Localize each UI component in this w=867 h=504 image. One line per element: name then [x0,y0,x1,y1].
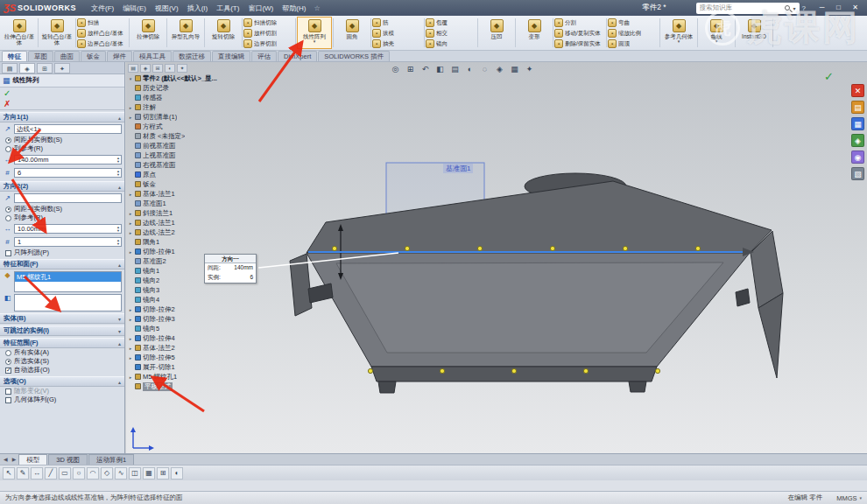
tab-模具工具[interactable]: 模具工具 [133,51,172,61]
expander-icon[interactable]: ▸ [128,317,133,322]
view-orientation-icon[interactable]: ▤ [449,64,461,75]
tab-数据迁移[interactable]: 数据迁移 [173,51,211,61]
displaymanager-tab[interactable]: ✦ [177,64,187,73]
confirm-check-icon[interactable]: ✓ [824,70,834,83]
tree-item[interactable]: 平板型式 [128,382,224,391]
zoom-fit-icon[interactable]: ◎ [390,64,401,75]
ribbon-button[interactable]: ◆旋转凸台/基体 [39,17,74,49]
ribbon-button[interactable]: ▪边界凸台/基体 [77,38,128,48]
menu-item[interactable]: 编辑(E) [118,2,151,15]
menu-item[interactable]: 文件(F) [87,2,118,15]
previous-view-icon[interactable]: ↶ [419,64,431,75]
select-tool-icon[interactable]: ↖ [3,467,15,480]
direction1-count-input[interactable]: 6 ▲▼ [14,168,122,178]
sketch-tool-icon[interactable]: ✎ [17,467,29,480]
callout-count-value[interactable]: 6 [250,274,253,282]
direction1-spacing-input[interactable]: 140.00mm ▲▼ [14,155,122,164]
featuremanager-tree-tab[interactable]: ▤ [128,64,138,73]
expander-icon[interactable]: ▸ [128,249,133,255]
faces-to-pattern-list[interactable] [14,294,122,312]
tree-item[interactable]: ▸切除-拉伸2 [128,304,224,314]
collapse-icon[interactable]: ▴ [118,184,121,190]
search-input[interactable]: 搜索知识库 [700,4,781,12]
ribbon-button[interactable]: ◆压凹 [479,17,514,49]
search-dropdown-icon[interactable]: ▾ [793,5,796,11]
dir1-up-to-reference-radio[interactable]: 到参考(R) [0,144,124,153]
expander-icon[interactable]: ▸ [128,374,133,380]
reference-plane-label[interactable]: 基准面1 [443,164,473,173]
tab-钣金[interactable]: 钣金 [81,51,106,61]
ribbon-button[interactable]: ▪圆顶 [608,38,659,48]
expander-icon[interactable]: ▸ [128,105,133,110]
ribbon-button[interactable]: ◆曲线▾ [699,17,734,49]
tree-item[interactable]: 历史记录 [128,83,224,93]
tab-直接编辑[interactable]: 直接编辑 [212,51,250,61]
tab-DimXpert[interactable]: DimXpert [278,51,317,61]
tree-item[interactable]: 右视基准面 [128,160,224,170]
ribbon-button[interactable]: ◆参考几何体▾ [661,17,696,49]
help-icon[interactable]: ? [802,4,806,12]
appearances-scenes-icon[interactable]: ◉ [851,150,864,164]
propertymanager-tab[interactable]: ◈ [19,63,35,74]
design-library-icon[interactable]: ▤ [851,101,864,114]
expander-icon[interactable]: ▸ [128,346,133,351]
grid-snap-icon[interactable]: ⊞ [157,467,169,480]
dir2-up-to-reference-radio[interactable]: 到参考(R) [0,214,124,222]
search-icon[interactable] [785,5,790,10]
options-header[interactable]: 选项(O) ▴ [0,376,124,387]
custom-properties-icon[interactable]: ▧ [851,167,864,180]
line-tool-icon[interactable]: ╱ [45,467,57,480]
collapse-icon[interactable]: ▾ [118,316,121,322]
collapse-icon[interactable]: ▴ [118,262,121,268]
doc-tab-运动算例1[interactable]: 运动算例1 [88,454,134,465]
spline-tool-icon[interactable]: ∿ [115,467,127,480]
ribbon-button[interactable]: ◆拉伸凸台/基体 [2,17,37,49]
tab-特征[interactable]: 特征 [2,51,27,61]
spinner-arrows-icon[interactable]: ▲▼ [116,239,120,245]
geometry-pattern-checkbox[interactable]: 几何体阵列(G) [0,396,124,404]
tree-item[interactable]: 原点 [128,170,224,179]
tree-item[interactable]: 镜向5 [128,324,224,333]
tree-item[interactable]: ▸边线-法兰2 [128,228,224,237]
callout-spacing-value[interactable]: 140mm [234,264,253,272]
edit-appearance-icon[interactable]: ◈ [494,64,505,75]
units-selector[interactable]: MMGS ▾ [836,494,862,502]
ribbon-button[interactable]: ▪移动/复制实体 [554,28,605,38]
minimize-button[interactable]: ─ [814,2,830,14]
pattern-callout[interactable]: 方向一 间距: 140mm 实例: 6 [204,254,257,284]
tab-草图[interactable]: 草图 [28,51,53,61]
tree-item[interactable]: ▸注解 [128,102,224,112]
features-faces-header[interactable]: 特征和面(F) ▴ [0,259,124,270]
ribbon-button[interactable]: ▪拔模 [372,28,423,38]
ribbon-button[interactable]: ◆Instant3D [737,17,772,49]
ribbon-button[interactable]: ▪镜向 [426,38,476,48]
tree-item[interactable]: 展开-切除1 [128,362,224,372]
dir1-spacing-instances-radio[interactable]: 间距与实例数(S) [0,136,124,144]
menu-item[interactable]: 插入(I) [183,2,213,15]
tab-scroll-left-icon[interactable]: ◀ [2,454,10,465]
tree-item[interactable]: 传感器 [128,93,224,102]
tree-item[interactable]: ▸斜接法兰1 [128,208,224,218]
direction1-header[interactable]: 方向1(1) ▴ [0,112,124,122]
ribbon-button[interactable]: ▪扫描 [77,18,128,27]
pm-ok-button[interactable]: ✓ [0,88,124,98]
collapse-icon[interactable]: ▴ [118,379,121,385]
search-box[interactable]: 搜索知识库 ▾ [696,3,800,14]
feature-scope-header[interactable]: 特征范围(F) ▴ [0,338,124,348]
linear-sketch-pattern-icon[interactable]: ▦ [143,467,155,480]
ribbon-button[interactable]: ▪删除/保留实体 [554,38,605,48]
ribbon-button[interactable]: ▪包覆 [426,18,476,27]
tab-评估[interactable]: 评估 [251,51,277,61]
ribbon-button[interactable]: ▪放样凸台/基体 [77,28,128,38]
rectangle-tool-icon[interactable]: ▭ [59,467,71,480]
apply-scene-icon[interactable]: ▦ [509,64,520,75]
ribbon-button[interactable]: ◆旋转切除 [206,17,241,49]
circle-tool-icon[interactable]: ○ [73,467,85,480]
expander-icon[interactable]: ▸ [128,192,133,197]
expander-icon[interactable]: ▾ [128,76,133,81]
tree-item[interactable]: ▸切除-拉伸3 [128,314,224,324]
arc-tool-icon[interactable]: ◠ [87,467,99,480]
expander-icon[interactable]: ▸ [128,230,133,235]
zoom-area-icon[interactable]: ⊞ [405,64,416,75]
tree-item[interactable]: ▸M5 螺纹孔1 [128,372,224,382]
